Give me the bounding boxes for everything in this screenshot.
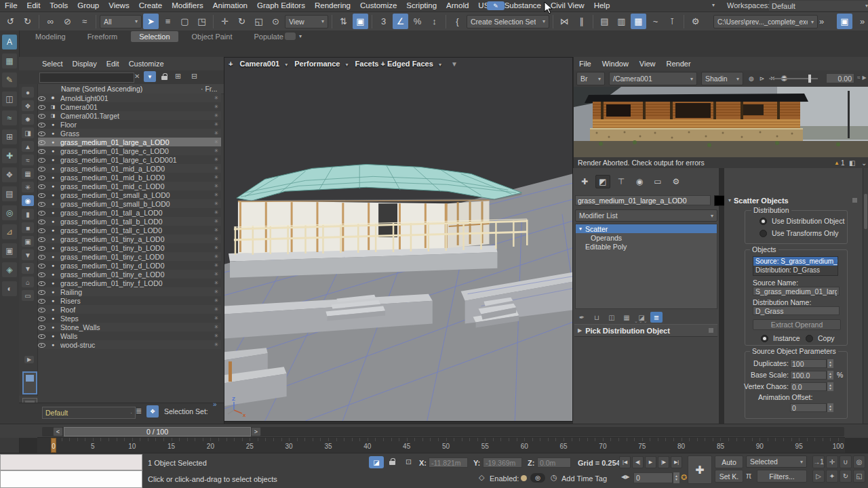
pick-distribution-rollout[interactable]: ▶ Pick Distribution Object (574, 324, 717, 337)
unlink-selection-icon[interactable]: ⊘ (60, 14, 75, 29)
display-shapes-icon[interactable]: ▲ (22, 141, 34, 152)
frozen-toggle-icon[interactable]: ✳ (212, 174, 221, 180)
frozen-toggle-icon[interactable]: ✳ (212, 209, 221, 216)
orbit-icon[interactable]: ∪ (840, 455, 852, 468)
frozen-toggle-icon[interactable]: ✳ (212, 324, 221, 330)
populate-icon[interactable]: ❖ (2, 167, 17, 182)
visibility-eye-icon[interactable] (38, 306, 45, 313)
selected-set-dropdown[interactable]: Selected ▾ (746, 455, 807, 468)
explorer-row[interactable]: ●Floor✳ (38, 120, 221, 129)
menu-modifiers[interactable]: Modifiers (167, 0, 208, 12)
slider-handle[interactable] (808, 75, 811, 83)
spin-down-icon[interactable]: ▼ (829, 375, 832, 379)
display-bone-icon[interactable]: ▮ (22, 209, 34, 220)
object-color-swatch[interactable] (714, 195, 725, 206)
display-frozen-icon[interactable]: ✳ (22, 182, 34, 192)
select-and-rotate-button[interactable]: ↻ (234, 14, 250, 29)
frozen-toggle-icon[interactable]: ✳ (212, 342, 221, 348)
hierarchy-view-icon[interactable]: ❖ (146, 405, 159, 418)
frozen-toggle-icon[interactable]: ✳ (212, 280, 221, 286)
frozen-column-header[interactable]: · Fr... (201, 85, 218, 93)
explorer-row[interactable]: ●grass_medium_01_tiny_f_LOD0✳ (38, 279, 221, 287)
explorer-row[interactable]: ●grass_medium_01_tall_c_LOD0✳ (38, 226, 221, 235)
chevron-down-icon[interactable]: ▾ (712, 2, 715, 8)
source-operand-item[interactable]: Source: S_grass_medium_01 (753, 257, 837, 266)
frozen-toggle-icon[interactable]: ✳ (212, 113, 221, 119)
render-menu-render[interactable]: Render (667, 60, 691, 68)
explorer-column-header[interactable]: Name (Sorted Ascending) · Fr... (19, 84, 224, 94)
material-dock-icon[interactable]: ▣ (2, 243, 17, 258)
select-and-place-button[interactable]: ⊙ (268, 14, 283, 29)
paint-deform-icon[interactable]: ✎ (2, 73, 17, 87)
strip-expand-arrow-icon[interactable]: ▶ (24, 356, 34, 363)
display-cameras-icon[interactable]: ◨ (22, 127, 34, 138)
modifier-stack-item[interactable]: Operands (576, 233, 717, 242)
viewport-quality-menu[interactable]: Performance ▾ (294, 60, 348, 68)
snap-toggle-3d-button[interactable]: 3 (376, 14, 391, 29)
collapse-icon[interactable]: ⌄ (861, 159, 867, 167)
exposure-value-field[interactable]: 0.00 (826, 73, 854, 83)
distribution-name-field[interactable]: D_Grass (753, 306, 840, 315)
time-tag-icon[interactable]: ◷ (551, 473, 557, 482)
explorer-row[interactable]: ●Roof✳ (38, 305, 221, 314)
display-mode-dropdown[interactable]: Shadin ▾ (701, 72, 743, 85)
next-frame-button[interactable]: |▶ (658, 456, 669, 468)
selection-filter-dropdown[interactable]: All▾ (100, 15, 142, 28)
pan-view-icon[interactable]: ✛ (826, 455, 838, 468)
render-camera-dropdown[interactable]: /Camera001 ▾ (609, 72, 697, 85)
rollout-splitter[interactable]: ⌄⌄⌄ (634, 319, 648, 324)
panel-scrollbar[interactable] (863, 168, 868, 424)
object-paint-icon[interactable]: ✚ (2, 148, 17, 163)
display-container-icon[interactable]: ■ (22, 222, 34, 233)
align-button[interactable]: ∥ (574, 14, 589, 29)
maximize-viewport-icon[interactable]: ◱ (853, 470, 865, 483)
go-to-start-button[interactable]: |◀ (619, 456, 631, 468)
frozen-toggle-icon[interactable]: ✳ (212, 245, 221, 251)
explorer-row[interactable]: ✸ArnoldLight001✳ (38, 94, 221, 102)
explorer-menu-display[interactable]: Display (73, 60, 97, 68)
modifier-stack-item[interactable]: Editable Poly (576, 242, 717, 251)
snapshot-icon[interactable]: ◍ (749, 75, 754, 82)
start-ipr-icon[interactable]: ▶ (862, 75, 866, 81)
toolbar-overflow-icon[interactable]: » (814, 14, 829, 29)
menu-views[interactable]: Views (104, 0, 134, 12)
lock-render-icon[interactable]: ⊳ (760, 75, 765, 82)
explorer-row[interactable]: ●Railing✳ (38, 287, 221, 296)
render-frame-button[interactable]: ▣ (837, 14, 852, 29)
ribbon-a-icon[interactable]: A (2, 35, 17, 49)
time-slider-thumb[interactable]: 0 / 100 (64, 427, 251, 436)
explorer-row[interactable]: ●grass_medium_01_mid_b_LOD0✳ (38, 173, 221, 182)
viewport[interactable]: Z x + Camera001 ▾ Performance ▾ Facets +… (224, 57, 573, 422)
select-and-move-button[interactable]: ✛ (217, 14, 233, 29)
render-flyout-icon[interactable]: » (854, 14, 868, 29)
frozen-toggle-icon[interactable]: ✳ (212, 165, 221, 171)
layers-icon[interactable]: ≣ (136, 407, 142, 415)
visibility-eye-icon[interactable] (38, 121, 45, 128)
auto-key-button[interactable]: Auto (715, 455, 743, 468)
menu-rendering[interactable]: Rendering (310, 0, 355, 12)
visibility-eye-icon[interactable] (38, 218, 45, 225)
visibility-eye-icon[interactable] (38, 165, 45, 172)
display-xref-icon[interactable]: ⌂ (22, 277, 34, 287)
frozen-toggle-icon[interactable]: ✳ (212, 148, 221, 154)
previous-frame-arrow[interactable]: < (53, 427, 63, 436)
frozen-toggle-icon[interactable]: ✳ (212, 130, 221, 136)
collapse-all-icon[interactable]: ⊟ (191, 72, 197, 81)
search-input[interactable] (39, 73, 134, 83)
explorer-menu-select[interactable]: Select (42, 60, 63, 68)
frozen-toggle-icon[interactable]: ✳ (212, 306, 221, 312)
clear-search-icon[interactable]: ✕ (134, 73, 140, 80)
play-button[interactable]: ▶ (645, 456, 656, 468)
frozen-toggle-icon[interactable]: ✳ (212, 218, 221, 224)
menu-civil-view[interactable]: Civil View (546, 0, 589, 12)
visibility-eye-icon[interactable] (38, 253, 45, 260)
explorer-menu-edit[interactable]: Edit (106, 60, 119, 68)
frozen-toggle-icon[interactable]: ✳ (212, 157, 221, 163)
frozen-toggle-icon[interactable]: ✳ (212, 201, 221, 207)
workspaces-dropdown[interactable]: Default ▾ (769, 1, 868, 11)
buffer-dropdown[interactable]: Br ▾ (576, 72, 605, 85)
frozen-toggle-icon[interactable]: ✳ (212, 262, 221, 268)
utility-dock-icon[interactable]: ◈ (2, 262, 17, 277)
menu-create[interactable]: Create (134, 0, 167, 12)
key-mode-icon[interactable]: ◀▶ (621, 474, 629, 480)
